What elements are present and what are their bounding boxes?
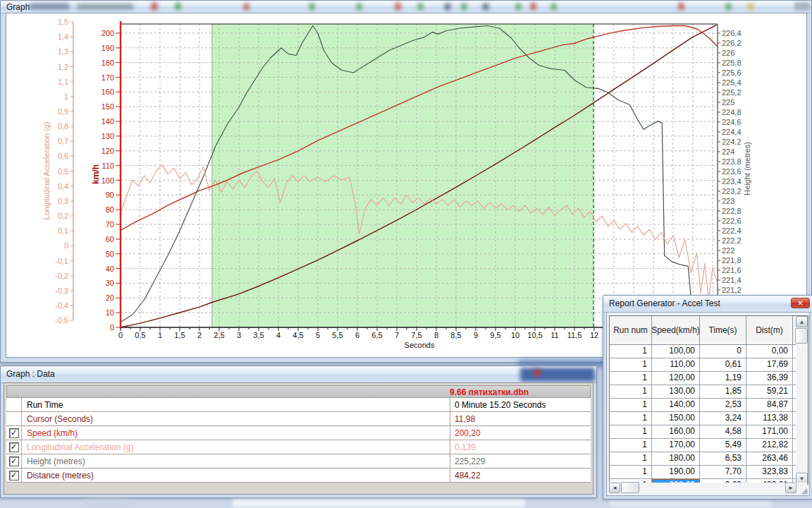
vertical-scrollbar-thumb[interactable] — [795, 328, 808, 344]
data-row-value: 200,20 — [450, 428, 481, 438]
report-table-cell[interactable]: 36,39 — [746, 372, 793, 385]
report-table-cell[interactable]: 2,53 — [700, 399, 746, 411]
speed-axis-tick-label: 20 — [106, 294, 114, 302]
report-table-cell[interactable]: 100,00 — [652, 345, 700, 358]
report-table-cell[interactable]: 212,82 — [746, 439, 793, 452]
report-table-row[interactable]: 1160,004,58171,00 — [610, 425, 808, 439]
x-axis-tick-label: 10 — [511, 331, 519, 339]
report-table-cell[interactable]: 323,83 — [746, 466, 793, 478]
report-table-row[interactable]: 1110,000,6117,69 — [610, 358, 808, 372]
speed-axis-title: km/h — [91, 164, 101, 184]
report-titlebar[interactable]: Report Generator - Accel Test ✕ — [603, 296, 812, 313]
x-axis-tick-label: 7,5 — [411, 331, 422, 339]
x-axis-tick-label: 6 — [355, 331, 359, 339]
x-axis-tick-label: 4,5 — [293, 331, 303, 339]
report-table-cell[interactable]: 120,00 — [652, 372, 700, 385]
height-axis-tick-label: 222 — [722, 246, 734, 255]
report-table-cell[interactable]: 160,00 — [652, 425, 700, 438]
horizontal-scrollbar-thumb[interactable] — [621, 482, 639, 493]
speed-axis-tick-label: 60 — [106, 235, 114, 243]
height-axis-tick-label: 222,2 — [722, 236, 742, 245]
report-table-cell[interactable]: 3,24 — [700, 412, 746, 425]
report-table-row[interactable]: 1140,002,5384,87 — [610, 399, 808, 412]
height-axis-tick-label: 223,8 — [722, 157, 742, 166]
report-table-cell[interactable]: 1 — [610, 466, 652, 478]
series-visibility-checkbox[interactable]: ✓ — [9, 456, 19, 466]
x-axis-tick-label: 11,5 — [567, 331, 582, 339]
report-table-cell[interactable]: 6,53 — [700, 452, 746, 465]
report-column-header[interactable]: Dist(m) — [746, 316, 793, 344]
report-table-cell[interactable]: 150,00 — [652, 412, 700, 425]
scroll-left-icon[interactable]: ◄ — [609, 483, 620, 493]
speed-axis-tick-label: 140 — [102, 117, 114, 126]
report-table-cell[interactable]: 1 — [610, 439, 652, 452]
report-table-cell[interactable]: 7,70 — [700, 466, 746, 478]
report-table-cell[interactable]: 1 — [610, 372, 652, 385]
report-table-cell[interactable]: 0 — [700, 345, 746, 358]
data-row-label: Cursor (Seconds) — [22, 414, 450, 424]
resize-grip-icon[interactable]: ◢ — [800, 486, 808, 495]
report-table-cell[interactable]: 113,38 — [746, 412, 793, 425]
report-table-cell[interactable]: 263,46 — [746, 452, 793, 465]
speed-axis-tick-label: 110 — [102, 162, 114, 170]
report-table-cell[interactable]: 1 — [610, 385, 652, 398]
scroll-up-icon[interactable]: ▲ — [796, 316, 808, 327]
blurred-background-artifact — [610, 500, 772, 507]
report-table-cell[interactable]: 110,00 — [652, 358, 700, 371]
report-table-row[interactable]: 1190,007,70323,83 — [610, 466, 808, 479]
data-row-label: Distance (metres) — [22, 471, 450, 480]
report-table-row[interactable]: 1170,005,49212,82 — [610, 439, 808, 452]
report-table-cell[interactable]: 171,00 — [746, 425, 793, 438]
scroll-right-icon[interactable]: ► — [785, 483, 796, 493]
close-icon[interactable]: ✕ — [791, 298, 810, 308]
report-table-cell[interactable]: 1,19 — [700, 372, 746, 385]
report-table-cell[interactable]: 1 — [610, 345, 652, 358]
report-column-header[interactable]: Run num — [610, 316, 652, 344]
x-axis-tick-label: 5,5 — [332, 331, 343, 339]
series-visibility-checkbox[interactable]: ✓ — [9, 442, 19, 452]
graph-data-titlebar[interactable]: Graph : Data — [1, 366, 596, 383]
accel-axis-tick-label: 1,2 — [58, 63, 68, 71]
report-table-cell[interactable]: 5,49 — [700, 439, 746, 452]
blurred-background-artifact — [233, 500, 525, 507]
report-column-header[interactable]: Time(s) — [700, 316, 746, 344]
report-table-cell[interactable]: 170,00 — [652, 439, 700, 452]
report-table-cell[interactable]: 1 — [610, 452, 652, 465]
height-axis-tick-label: 222,8 — [722, 207, 742, 215]
report-table-cell[interactable]: 1 — [610, 399, 652, 411]
report-table-row[interactable]: 1120,001,1936,39 — [610, 372, 808, 385]
accel-axis-tick-label: 0,4 — [58, 182, 68, 190]
report-table-cell[interactable]: 84,87 — [746, 399, 793, 411]
report-table-cell[interactable]: 1 — [610, 412, 652, 425]
report-table-cell[interactable]: 140,00 — [652, 399, 700, 411]
graph-data-title: Graph : Data — [6, 369, 55, 379]
speed-axis-tick-label: 170 — [102, 73, 114, 82]
report-table-cell[interactable]: 180,00 — [652, 452, 700, 465]
accel-axis-tick-label: -0,2 — [55, 272, 68, 280]
report-table-cell[interactable]: 1 — [610, 425, 652, 438]
report-table-row[interactable]: 1180,006,53263,46 — [610, 452, 808, 466]
report-table-cell[interactable]: 190,00 — [652, 466, 700, 478]
data-file-name: 9.66 пятихатки.dbn — [450, 387, 529, 397]
report-table-row[interactable]: 1130,001,8559,21 — [610, 385, 808, 399]
series-visibility-checkbox[interactable]: ✓ — [9, 471, 19, 480]
data-row: Cursor (Seconds)11,98 — [6, 412, 591, 426]
report-table-row[interactable]: 1100,0000,00 — [610, 345, 808, 358]
report-table-cell[interactable]: 59,21 — [746, 385, 793, 398]
report-table-cell[interactable]: 17,69 — [746, 358, 793, 371]
data-row-value: 0 Minute 15.20 Seconds — [450, 400, 546, 410]
report-table-cell[interactable]: 130,00 — [652, 385, 700, 398]
report-table-cell[interactable]: 1,85 — [700, 385, 746, 398]
height-axis-tick-label: 226,2 — [722, 39, 742, 47]
report-table-cell[interactable]: 1 — [610, 358, 652, 371]
report-table-cell[interactable]: 4,58 — [700, 425, 746, 438]
series-visibility-checkbox[interactable]: ✓ — [9, 428, 19, 438]
x-axis-tick-label: 2,5 — [214, 331, 224, 339]
report-table-row[interactable]: 1150,003,24113,38 — [610, 412, 808, 425]
accel-axis-tick-label: 0,6 — [58, 152, 68, 160]
report-table-cell[interactable]: 0,61 — [700, 358, 746, 371]
blurred-background-artifact — [533, 370, 541, 375]
report-table-cell[interactable]: 0,00 — [746, 345, 793, 358]
report-column-header[interactable]: Speed(km/h) — [652, 316, 700, 344]
height-axis-tick-label: 225,6 — [722, 68, 742, 77]
